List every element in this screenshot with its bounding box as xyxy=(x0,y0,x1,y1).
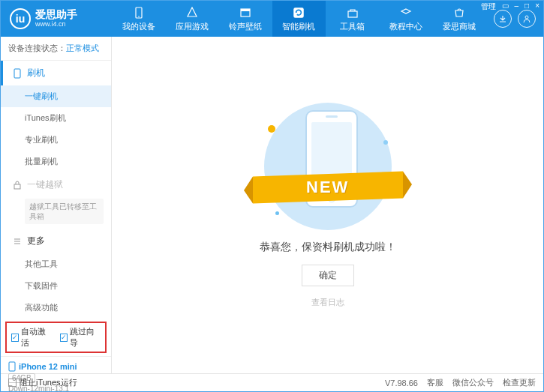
tab-label: 工具箱 xyxy=(340,21,365,32)
section-jailbreak[interactable]: 一键越狱 xyxy=(1,172,111,197)
connection-status: 设备连接状态：正常模式 xyxy=(1,37,111,61)
lock-icon xyxy=(12,181,23,190)
apps-icon xyxy=(185,6,199,19)
sidebar-item-advanced[interactable]: 高级功能 xyxy=(1,297,111,319)
checkmark-icon: ✓ xyxy=(60,334,68,342)
flash-options-box: ✓自动激活 ✓跳过向导 xyxy=(5,322,107,353)
section-title: 刷机 xyxy=(27,67,45,79)
download-button[interactable] xyxy=(494,10,512,28)
brand: iu 爱思助手 www.i4.cn xyxy=(1,8,112,29)
brand-logo-icon: iu xyxy=(10,8,31,29)
section-more[interactable]: 更多 xyxy=(1,229,111,253)
svg-point-1 xyxy=(138,16,140,17)
svg-point-6 xyxy=(525,16,528,19)
toolbox-icon xyxy=(346,6,359,19)
minimize-icon[interactable]: – xyxy=(515,1,519,12)
version-label: V7.98.66 xyxy=(385,379,418,388)
tutorial-icon xyxy=(399,6,413,19)
customer-service-link[interactable]: 客服 xyxy=(427,377,443,388)
checkbox-skip-guide[interactable]: ✓跳过向导 xyxy=(60,326,101,349)
svg-rect-4 xyxy=(294,7,305,18)
titlebar-right xyxy=(486,10,543,28)
phone-icon xyxy=(8,361,16,372)
main-content: NEW 恭喜您，保资料刷机成功啦！ 确定 查看日志 xyxy=(112,37,543,373)
checkbox-label: 阻止iTunes运行 xyxy=(20,377,77,388)
sidebar-item-download-firmware[interactable]: 下载固件 xyxy=(1,275,111,297)
svg-rect-5 xyxy=(348,11,357,17)
svg-rect-8 xyxy=(14,184,20,189)
sidebar-item-other-tools[interactable]: 其他工具 xyxy=(1,253,111,275)
phone-icon xyxy=(12,68,23,79)
svg-rect-7 xyxy=(14,69,20,78)
success-illustration: NEW xyxy=(245,103,410,230)
wechat-link[interactable]: 微信公众号 xyxy=(452,377,494,388)
user-button[interactable] xyxy=(518,10,536,28)
tab-toolbox[interactable]: 工具箱 xyxy=(326,1,379,37)
success-message: 恭喜您，保资料刷机成功啦！ xyxy=(260,241,396,254)
brand-url: www.i4.cn xyxy=(35,21,77,28)
menu-icon xyxy=(12,237,23,246)
section-flash[interactable]: 刷机 xyxy=(1,61,111,85)
section-title: 更多 xyxy=(27,235,45,247)
checkbox-block-itunes[interactable]: 阻止iTunes运行 xyxy=(8,377,77,388)
menu-icon[interactable]: 管理 xyxy=(481,1,496,12)
device-name: iPhone 12 mini xyxy=(8,361,104,372)
brand-name: 爱思助手 xyxy=(35,9,77,20)
checkbox-auto-activate[interactable]: ✓自动激活 xyxy=(11,326,53,349)
ok-button[interactable]: 确定 xyxy=(302,265,354,286)
checkmark-icon: ✓ xyxy=(11,334,19,342)
status-mode: 正常模式 xyxy=(66,43,99,52)
sidebar-item-batch-flash[interactable]: 批量刷机 xyxy=(1,151,111,172)
close-icon[interactable]: × xyxy=(535,1,539,12)
tab-apps[interactable]: 应用游戏 xyxy=(165,1,218,37)
titlebar: iu 爱思助手 www.i4.cn 我的设备 应用游戏 铃声壁纸 智能刷机 工具… xyxy=(1,1,543,37)
status-label: 设备连接状态： xyxy=(8,43,66,52)
tab-label: 我的设备 xyxy=(122,21,155,32)
tab-label: 爱思商城 xyxy=(443,21,476,32)
jailbreak-note: 越狱工具已转移至工具箱 xyxy=(25,199,104,224)
tab-my-device[interactable]: 我的设备 xyxy=(112,1,165,37)
check-update-link[interactable]: 检查更新 xyxy=(503,377,536,388)
checkbox-label: 自动激活 xyxy=(21,326,52,349)
tab-tutorial[interactable]: 教程中心 xyxy=(379,1,432,37)
tab-store[interactable]: 爱思商城 xyxy=(433,1,486,37)
sidebar-item-pro-flash[interactable]: 专业刷机 xyxy=(1,129,111,151)
device-icon xyxy=(132,6,146,19)
sidebar-item-itunes-flash[interactable]: iTunes刷机 xyxy=(1,107,111,129)
view-log-link[interactable]: 查看日志 xyxy=(311,297,344,308)
new-ribbon-icon: NEW xyxy=(253,171,403,203)
media-icon xyxy=(239,6,252,19)
tab-label: 铃声壁纸 xyxy=(229,21,262,32)
svg-rect-3 xyxy=(241,9,250,11)
tab-label: 教程中心 xyxy=(389,21,422,32)
checkbox-icon xyxy=(8,379,17,387)
store-icon xyxy=(452,6,466,19)
sidebar: 设备连接状态：正常模式 刷机 一键刷机 iTunes刷机 专业刷机 批量刷机 一… xyxy=(1,37,112,373)
tab-media[interactable]: 铃声壁纸 xyxy=(219,1,272,37)
tab-flash[interactable]: 智能刷机 xyxy=(272,1,326,37)
flash-icon xyxy=(292,6,305,19)
svg-rect-9 xyxy=(9,362,15,371)
sidebar-item-oneclick-flash[interactable]: 一键刷机 xyxy=(1,85,111,107)
checkbox-label: 跳过向导 xyxy=(70,326,101,349)
section-title: 一键越狱 xyxy=(27,178,63,191)
tab-label: 应用游戏 xyxy=(176,21,209,32)
main-tabs: 我的设备 应用游戏 铃声壁纸 智能刷机 工具箱 教程中心 爱思商城 xyxy=(112,1,486,37)
tab-label: 智能刷机 xyxy=(282,21,315,32)
